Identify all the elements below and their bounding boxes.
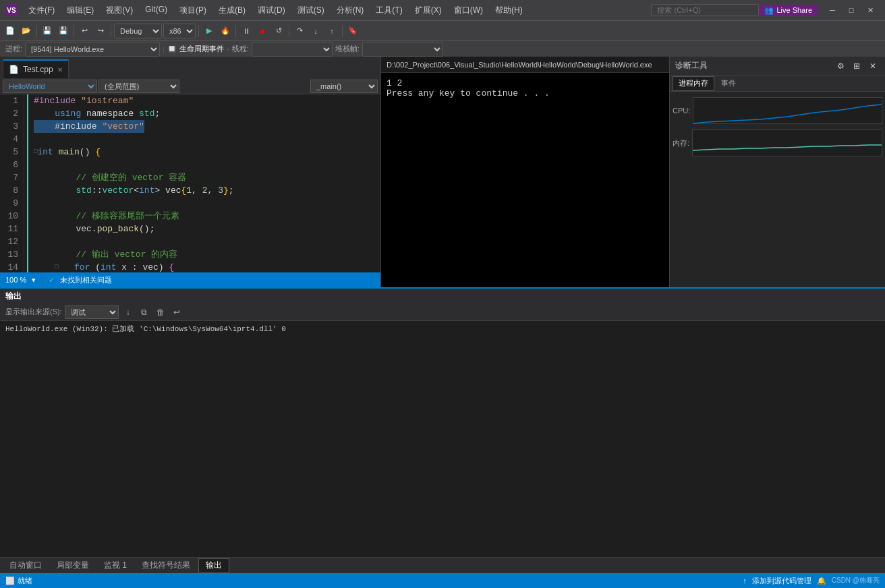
menu-window[interactable]: 窗口(W)	[449, 3, 488, 18]
output-scroll-end-button[interactable]: ↓	[121, 305, 135, 319]
redo-button[interactable]: ↪	[93, 24, 108, 38]
toolbar-separator-4	[198, 25, 199, 37]
stack-label: 堆栈帧:	[335, 44, 360, 54]
tab-label: Test.cpp	[23, 65, 53, 74]
debug-tab-output[interactable]: 输出	[198, 558, 229, 573]
menu-project[interactable]: 项目(P)	[174, 3, 212, 18]
code-line-11: vec.pop_back();	[34, 223, 375, 235]
status-bar: ⬜ 就绪 ↑ 添加到源代码管理 🔔 CSDN @韩骞亮	[0, 573, 885, 588]
diagnostics-title: 诊断工具	[675, 60, 708, 71]
debug-tab-auto[interactable]: 自动窗口	[3, 558, 49, 573]
toolbar-separator-5	[235, 25, 236, 37]
close-button[interactable]: ✕	[861, 3, 880, 17]
menu-help[interactable]: 帮助(H)	[490, 3, 528, 18]
menu-analyze[interactable]: 分析(N)	[331, 3, 370, 18]
issues-label: 未找到相关问题	[60, 275, 112, 285]
fire-icon[interactable]: 🔥	[218, 24, 233, 38]
configuration-dropdown[interactable]: Debug Release	[114, 24, 162, 38]
menu-debug[interactable]: 调试(D)	[252, 3, 291, 18]
debug-tab-locals[interactable]: 局部变量	[50, 558, 96, 573]
output-wrap-button[interactable]: ↩	[170, 305, 183, 319]
code-editor[interactable]: 1234 5678 9101112 13141516 17181920 2122…	[0, 94, 380, 272]
undo-button[interactable]: ↩	[77, 24, 92, 38]
live-share-icon: 👥	[764, 6, 774, 15]
stack-dropdown[interactable]	[362, 42, 443, 57]
issues-check-icon: ✓	[49, 276, 55, 285]
code-line-14: □ for (int x : vec) {	[34, 261, 375, 272]
editor-status: 100 % ▾ | ✓ 未找到相关问题	[0, 272, 380, 287]
toolbar-separator-7	[342, 25, 343, 37]
tab-close-button[interactable]: ✕	[57, 66, 63, 74]
zoom-dropdown-icon[interactable]: ▾	[32, 276, 36, 285]
menu-build[interactable]: 生成(B)	[213, 3, 251, 18]
step-over-button[interactable]: ↷	[292, 24, 307, 38]
search-input[interactable]	[651, 4, 759, 16]
step-out-button[interactable]: ↑	[324, 24, 339, 38]
diagnostics-undock-button[interactable]: ⊞	[850, 59, 863, 73]
add-to-source-label[interactable]: 添加到源代码管理	[752, 576, 811, 586]
live-share-button[interactable]: 👥 Live Share	[759, 5, 818, 16]
menu-tools[interactable]: 工具(T)	[370, 3, 407, 18]
function-selector[interactable]: _main()	[310, 80, 378, 93]
diagnostics-header: 诊断工具 ⚙ ⊞ ✕	[670, 57, 885, 76]
new-file-button[interactable]: 📄	[3, 24, 18, 38]
code-content[interactable]: #include "iostream" using namespace std;…	[28, 94, 380, 272]
main-toolbar: 📄 📂 💾 💾 ↩ ↪ Debug Release x86 x64 ▶ 🔥 ⏸ …	[0, 20, 885, 40]
source-label: 显示输出来源(S):	[5, 307, 62, 317]
editor-nav-bar: HelloWorld (全局范围) _main()	[0, 78, 380, 94]
open-button[interactable]: 📂	[19, 24, 34, 38]
platform-dropdown[interactable]: x86 x64	[163, 24, 196, 38]
diagnostics-content: CPU: 内存:	[670, 92, 885, 287]
step-into-button[interactable]: ↓	[308, 24, 323, 38]
output-copy-button[interactable]: ⧉	[138, 305, 151, 319]
bell-icon[interactable]: 🔔	[817, 577, 826, 585]
code-line-4	[34, 133, 375, 146]
menu-file[interactable]: 文件(F)	[23, 3, 60, 18]
output-source-dropdown[interactable]: 调试	[65, 305, 119, 319]
save-all-button[interactable]: 💾	[56, 24, 71, 38]
bookmark-button[interactable]: 🔖	[345, 24, 360, 38]
output-panel-title-bar: 输出	[0, 287, 885, 303]
tab-icon: 📄	[9, 65, 19, 74]
menu-view[interactable]: 视图(V)	[101, 3, 138, 18]
live-share-label: Live Share	[776, 6, 812, 14]
start-debugging-button[interactable]: ▶	[202, 24, 217, 38]
debug-tab-watch1[interactable]: 监视 1	[97, 558, 134, 573]
output-clear-button[interactable]: 🗑	[154, 305, 167, 319]
restart-button[interactable]: ↺	[271, 24, 286, 38]
stop-debugging-button[interactable]: ■	[255, 24, 270, 38]
scope-selector[interactable]: (全局范围)	[98, 80, 179, 93]
toolbar-separator-6	[289, 25, 289, 37]
diagnostics-close-button[interactable]: ✕	[866, 59, 880, 73]
debug-tab-find-symbol[interactable]: 查找符号结果	[135, 558, 197, 573]
console-output-line2: Press any key to continue . . .	[387, 88, 664, 98]
code-line-6	[34, 158, 375, 171]
zoom-level[interactable]: 100 %	[5, 276, 26, 284]
diagnostics-tab-bar: 进程内存 事件	[670, 76, 885, 92]
process-dropdown[interactable]: [9544] HelloWorld.exe	[25, 42, 160, 57]
code-line-2: using namespace std;	[34, 107, 375, 120]
editor-tab-testcpp[interactable]: 📄 Test.cpp ✕	[3, 59, 69, 78]
menu-git[interactable]: Git(G)	[140, 3, 173, 18]
code-line-7: // 创建空的 vector 容器	[34, 171, 375, 184]
status-ready-icon: ⬜	[5, 577, 15, 585]
save-button[interactable]: 💾	[40, 24, 55, 38]
thread-label: 线程:	[232, 44, 249, 54]
maximize-button[interactable]: □	[842, 3, 861, 17]
diagnostics-settings-button[interactable]: ⚙	[834, 59, 847, 73]
menu-edit[interactable]: 编辑(E)	[61, 3, 99, 18]
process-label: 进程:	[5, 44, 22, 54]
diagnostics-tab-memory[interactable]: 进程内存	[673, 76, 714, 91]
lifecycle-value: 生命周期事件	[179, 44, 224, 54]
menu-extensions[interactable]: 扩展(X)	[409, 3, 447, 18]
menu-bar: 文件(F) 编辑(E) 视图(V) Git(G) 项目(P) 生成(B) 调试(…	[23, 3, 651, 18]
thread-dropdown[interactable]	[252, 42, 333, 57]
break-all-button[interactable]: ⏸	[239, 24, 254, 38]
menu-test[interactable]: 测试(S)	[292, 3, 330, 18]
minimize-button[interactable]: ─	[823, 3, 842, 17]
output-toolbar: 显示输出来源(S): 调试 ↓ ⧉ 🗑 ↩	[0, 303, 885, 321]
console-pane: D:\002_Project\006_Visual_Studio\HelloWo…	[381, 57, 669, 287]
diagnostics-tab-events[interactable]: 事件	[716, 76, 741, 91]
file-selector[interactable]: HelloWorld	[3, 80, 97, 93]
console-output-line1: 1 2	[387, 78, 664, 88]
